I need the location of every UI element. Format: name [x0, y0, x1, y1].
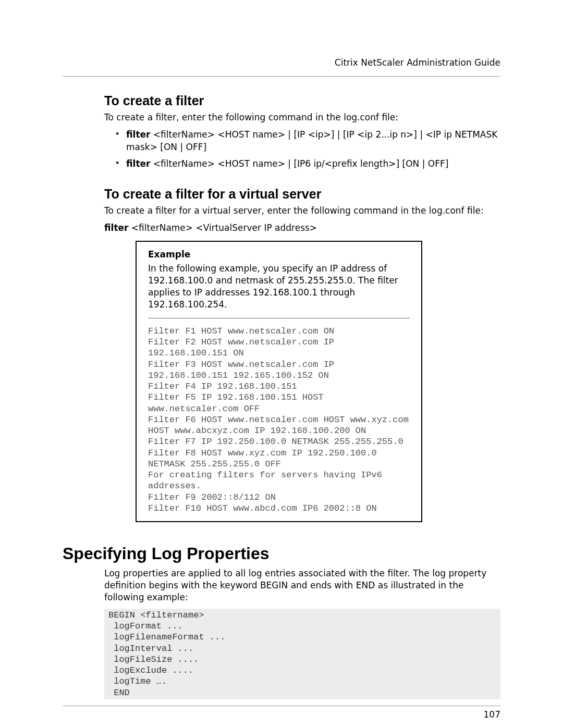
- list-item: filter <filterName> <HOST name> | [IP6 i…: [115, 158, 500, 170]
- heading-specifying-log-properties: Specifying Log Properties: [63, 544, 500, 563]
- example-label: Example: [148, 249, 410, 260]
- syntax-text: <filterName> <HOST name> | [IP <ip>] | […: [126, 129, 497, 152]
- content-column: To create a filter To create a filter, e…: [104, 93, 500, 522]
- filter-syntax-list: filter <filterName> <HOST name> | [IP <i…: [115, 129, 500, 170]
- keyword: filter: [104, 223, 128, 233]
- example-code: Filter F1 HOST www.netscaler.com ON Filt…: [148, 326, 410, 514]
- heading-create-filter-vserver: To create a filter for a virtual server: [104, 187, 500, 202]
- page: Citrix NetScaler Administration Guide To…: [0, 0, 563, 728]
- example-box: Example In the following example, you sp…: [136, 241, 422, 522]
- page-number: 107: [63, 709, 500, 720]
- heading-create-filter: To create a filter: [104, 93, 500, 108]
- paragraph-log-properties: Log properties are applied to all log en…: [104, 567, 500, 603]
- keyword: filter: [126, 129, 150, 140]
- document-header: Citrix NetScaler Administration Guide: [63, 57, 500, 76]
- list-item: filter <filterName> <HOST name> | [IP <i…: [115, 129, 500, 154]
- syntax-text: <filterName> <HOST name> | [IP6 ip/<pref…: [150, 158, 448, 169]
- example-description: In the following example, you specify an…: [148, 263, 410, 311]
- keyword: filter: [126, 158, 150, 169]
- example-divider: [148, 318, 410, 318]
- footer-divider: [63, 706, 500, 706]
- header-divider: [63, 76, 500, 77]
- code-block-log-properties: BEGIN <filtername> logFormat ... logFile…: [104, 609, 500, 699]
- syntax-text: <filterName> <VirtualServer IP address>: [128, 223, 317, 233]
- paragraph-create-filter-intro: To create a filter, enter the following …: [104, 112, 500, 124]
- paragraph-vserver-intro: To create a filter for a virtual server,…: [104, 205, 500, 217]
- content-column-2: Log properties are applied to all log en…: [104, 567, 500, 699]
- command-line: filter <filterName> <VirtualServer IP ad…: [104, 222, 500, 235]
